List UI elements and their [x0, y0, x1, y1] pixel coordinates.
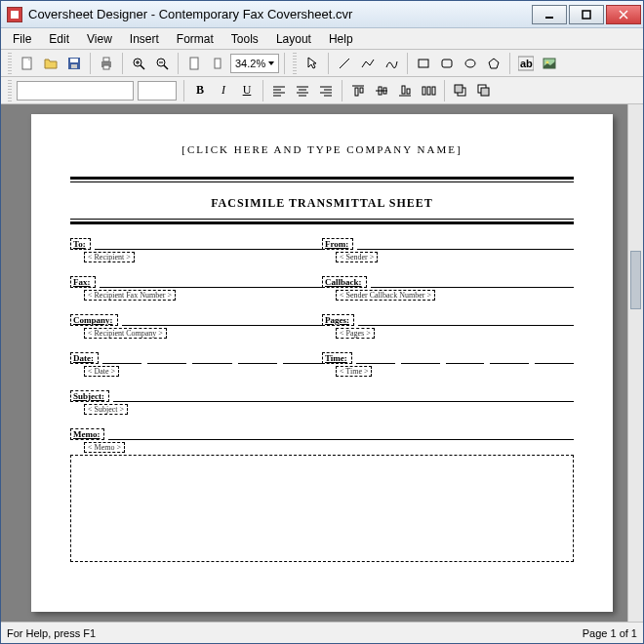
field-callback[interactable]: Callback: < Sender Callback Number > — [322, 276, 574, 301]
rounded-rect-tool[interactable] — [436, 53, 458, 74]
field-value-fax[interactable]: < Recipient Fax Number > — [84, 290, 176, 301]
field-label-subject: Subject: — [70, 390, 109, 402]
field-to[interactable]: To: < Recipient > — [70, 238, 322, 262]
distribute-icon — [421, 83, 436, 99]
font-selector[interactable] — [17, 81, 134, 101]
svg-line-12 — [141, 65, 144, 69]
bring-front-icon — [453, 83, 468, 99]
svg-rect-42 — [360, 88, 363, 93]
toolbar-main: 34.2% ab — [1, 50, 643, 77]
rect-tool[interactable] — [413, 53, 434, 74]
company-name-placeholder[interactable]: [CLICK HERE AND TYPE COMPANY NAME] — [70, 143, 574, 155]
save-button[interactable] — [63, 53, 85, 74]
toolbar-grip[interactable] — [8, 80, 12, 101]
field-date[interactable]: Date: < Date > — [70, 352, 322, 377]
pointer-tool[interactable] — [302, 53, 323, 74]
field-memo[interactable]: Memo: < Memo > — [70, 428, 574, 562]
bold-button[interactable]: B — [189, 80, 211, 101]
svg-rect-18 — [190, 58, 198, 69]
align-top-button[interactable] — [347, 80, 369, 101]
align-middle-button[interactable] — [371, 80, 392, 101]
italic-button[interactable]: I — [213, 80, 234, 101]
send-back-button[interactable] — [473, 80, 495, 101]
field-value-from[interactable]: < Sender > — [336, 252, 378, 262]
align-right-button[interactable] — [315, 80, 337, 101]
zoom-level[interactable]: 34.2% — [230, 54, 279, 73]
image-tool[interactable] — [539, 53, 560, 74]
print-button[interactable] — [96, 53, 117, 74]
open-button[interactable] — [40, 53, 61, 74]
field-value-subject[interactable]: < Subject > — [84, 404, 128, 415]
field-pages[interactable]: Pages: < Pages > — [322, 314, 574, 339]
image-icon — [542, 56, 557, 71]
line-tool[interactable] — [334, 53, 355, 74]
text-tool[interactable]: ab — [515, 53, 537, 74]
bring-front-button[interactable] — [450, 80, 471, 101]
field-value-callback[interactable]: < Sender Callback Number > — [336, 290, 435, 301]
close-icon — [619, 10, 628, 20]
menu-layout[interactable]: Layout — [268, 30, 319, 48]
page-width-button[interactable] — [183, 53, 205, 74]
maximize-button[interactable] — [569, 5, 604, 24]
scrollbar-thumb[interactable] — [630, 251, 641, 309]
new-button[interactable] — [17, 53, 38, 74]
align-left-button[interactable] — [268, 80, 290, 101]
memo-textarea[interactable] — [70, 455, 574, 562]
vertical-scrollbar[interactable] — [627, 104, 643, 622]
field-value-company[interactable]: < Recipient Company > — [84, 328, 167, 339]
svg-rect-6 — [70, 59, 78, 62]
menu-file[interactable]: File — [5, 30, 39, 48]
ellipse-tool[interactable] — [460, 53, 481, 74]
align-bottom-button[interactable] — [394, 80, 416, 101]
field-value-to[interactable]: < Recipient > — [84, 252, 135, 262]
field-value-date[interactable]: < Date > — [84, 366, 119, 377]
polygon-tool[interactable] — [483, 53, 504, 74]
menu-view[interactable]: View — [79, 30, 120, 48]
toolbar-grip[interactable] — [293, 53, 297, 74]
zoom-value: 34.2% — [235, 58, 265, 69]
menu-help[interactable]: Help — [321, 30, 361, 48]
svg-line-16 — [164, 65, 168, 69]
field-label-fax: Fax: — [70, 276, 96, 288]
field-from[interactable]: From: < Sender > — [322, 238, 574, 262]
canvas-area[interactable]: [CLICK HERE AND TYPE COMPANY NAME] FACSI… — [1, 104, 643, 622]
field-subject[interactable]: Subject: < Subject > — [70, 390, 574, 415]
save-icon — [66, 56, 82, 71]
polyline-tool[interactable] — [357, 53, 379, 74]
distribute-button[interactable] — [418, 80, 439, 101]
statusbar: For Help, press F1 Page 1 of 1 — [1, 622, 643, 643]
field-time[interactable]: Time: < Time > — [322, 352, 574, 377]
polygon-icon — [486, 56, 502, 71]
menu-tools[interactable]: Tools — [223, 30, 266, 48]
zoom-out-button[interactable] — [151, 53, 173, 74]
menu-insert[interactable]: Insert — [122, 30, 167, 48]
separator — [122, 53, 123, 74]
document-page[interactable]: [CLICK HERE AND TYPE COMPANY NAME] FACSI… — [31, 114, 613, 612]
rounded-rect-icon — [439, 56, 455, 71]
field-value-time[interactable]: < Time > — [336, 366, 372, 377]
field-fax[interactable]: Fax: < Recipient Fax Number > — [70, 276, 322, 301]
header-rule — [70, 177, 574, 182]
menu-format[interactable]: Format — [169, 30, 221, 48]
font-size-selector[interactable] — [138, 81, 177, 101]
toolbar-grip[interactable] — [8, 53, 12, 74]
svg-rect-51 — [432, 87, 435, 95]
field-company[interactable]: Company: < Recipient Company > — [70, 314, 322, 339]
underline-button[interactable]: U — [236, 80, 258, 101]
whole-page-button[interactable] — [207, 53, 228, 74]
field-value-pages[interactable]: < Pages > — [336, 328, 375, 339]
field-label-date: Date: — [70, 352, 99, 364]
menu-edit[interactable]: Edit — [41, 30, 77, 48]
align-center-button[interactable] — [292, 80, 313, 101]
align-right-icon — [318, 83, 334, 99]
svg-text:ab: ab — [520, 58, 533, 69]
freehand-tool[interactable] — [381, 53, 402, 74]
field-label-time: Time: — [322, 352, 352, 364]
field-value-memo[interactable]: < Memo > — [84, 442, 125, 453]
maximize-icon — [582, 10, 591, 20]
field-label-pages: Pages: — [322, 314, 354, 326]
zoom-in-button[interactable] — [128, 53, 149, 74]
minimize-button[interactable] — [532, 5, 567, 24]
svg-rect-22 — [442, 60, 452, 67]
close-button[interactable] — [606, 5, 641, 24]
